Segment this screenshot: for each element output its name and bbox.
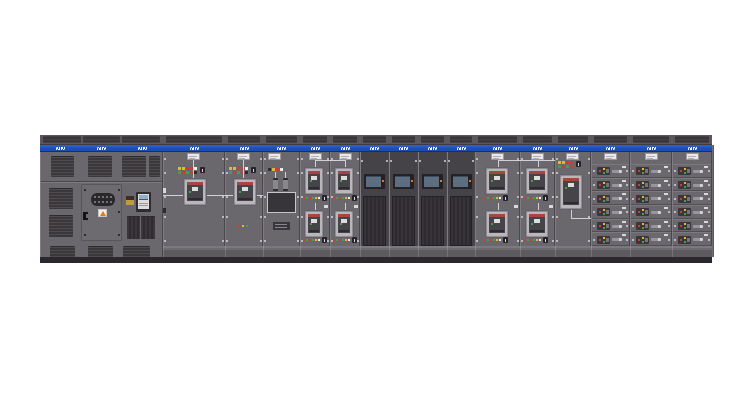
drawer-light-green [642,241,644,243]
hmi-display [393,174,414,189]
drawer-light-yellow [642,209,644,211]
top-cover [163,135,225,145]
roof-vent-grille [478,136,517,143]
drawer-label-chip [704,166,708,168]
drawer-light-red [638,198,640,200]
drawer-light-red [638,211,640,213]
drawer-switch-chip [606,197,609,201]
meter-line [139,205,148,206]
door-bolt [118,234,120,236]
circuit-breaker-unit [334,210,354,238]
door-bolt [118,189,120,191]
connector-pin [110,196,112,198]
screw-dot [517,216,519,218]
indicator-light-yellow [229,167,232,170]
label-chip [549,205,553,208]
screw-dot [556,172,558,174]
screw-dot [357,158,359,160]
breaker-face [489,214,505,233]
screw-dot [472,160,474,162]
brand-band [389,145,418,152]
breaker-status-light [310,223,312,225]
drawer-light-yellow [603,223,605,225]
drawer-light-red [599,170,601,172]
drawer-screw [626,211,628,213]
panel-acb-feeder-2 [225,135,263,263]
breaker-base [309,230,319,232]
indicator-light-red [186,167,189,170]
connector-pin [106,196,108,198]
screw-dot [357,216,359,218]
mimic-line-vertical [315,203,316,210]
mimic-line-horizontal [163,195,183,196]
drawer-switch-chip [687,183,690,187]
breaker-trip-band [338,171,350,174]
drawer-light-yellow [684,223,686,225]
drawout-handle [651,225,661,228]
indicator-light-white [280,168,283,171]
indicator-light-green [237,171,240,174]
panel-acb-feeder-1 [163,135,225,263]
breaker-base [309,187,319,189]
screw-dot [222,240,224,242]
panel-drive-section-2 [389,135,418,263]
breaker-status-light [491,223,493,225]
circuit-breaker-unit [485,210,509,238]
drawer-light-red [680,198,682,200]
screw-dot [226,240,228,242]
label-chip [324,205,328,208]
switch-slot [578,163,579,166]
screw-dot [264,172,266,174]
roof-vent-grille [392,136,415,143]
connector-pin [98,196,100,198]
drawer-light-yellow [642,196,644,198]
drawer-light-green [603,186,605,188]
breaker-label [242,187,248,191]
screw-dot [164,216,166,218]
control-switch [503,237,508,243]
indicator-light-yellow [178,167,181,170]
breaker-status-light [531,223,533,225]
breaker-trip-band [563,178,579,181]
screw-dot [260,216,262,218]
screw-dot [419,160,421,162]
nameplate-label [604,153,617,160]
plinth-kickplate [360,246,389,257]
drawer-light-green [642,186,644,188]
breaker-face [338,214,350,233]
screw-dot [222,172,224,174]
breaker-base [490,187,504,189]
breaker-face [529,214,545,233]
connector-pin [94,201,96,203]
nameplate-label [531,153,544,160]
brand-band [591,145,630,152]
indicator-light-red [333,197,335,199]
connector-pin [94,196,96,198]
drawer-label-chip [704,193,708,195]
breaker-label [494,176,500,180]
fuse-holder [283,178,288,191]
drawer-light-red [638,184,640,186]
drawer-control-module [678,236,691,244]
circuit-breaker-unit [559,174,583,210]
indicator-light-yellow [315,197,317,199]
drawer-screw [708,170,710,172]
hmi-display [451,174,472,189]
indicator-light-green [229,171,232,174]
drawout-handle [612,211,622,214]
meter-panel [138,194,149,209]
brand-logo [370,147,380,150]
drawer-switch-chip [645,224,648,228]
drawer-light-yellow [642,182,644,184]
drawer-control-module [678,222,691,230]
screw-dot [361,160,363,162]
panel-incomer-cabinet [40,135,163,263]
roof-vent-grille [43,136,81,143]
roof-vent-grille [166,136,222,143]
meter-display [139,195,148,200]
brand-band [447,145,475,152]
panel-acb-duplex-2 [330,135,360,263]
drawout-handle [651,184,661,187]
drawer-light-red [599,211,601,213]
plinth-kickplate [300,246,330,257]
